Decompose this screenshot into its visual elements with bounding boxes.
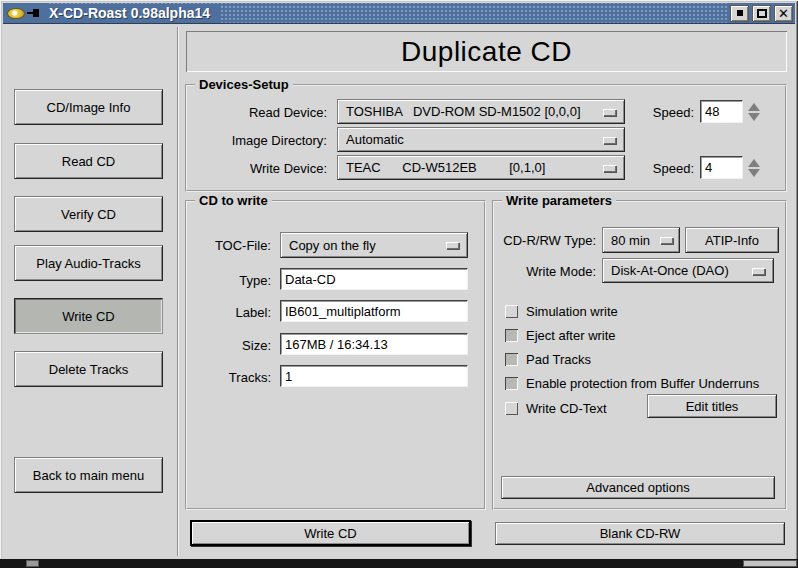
toc-file-dropdown[interactable]: Copy on the fly — [280, 232, 468, 258]
cd-to-write-legend: CD to write — [195, 193, 272, 208]
image-directory-dropdown[interactable]: Automatic — [337, 127, 625, 152]
window-title: X-CD-Roast 0.98alpha14 — [49, 4, 220, 23]
sidebar-button-play-audio-tracks[interactable]: Play Audio-Tracks — [14, 245, 163, 281]
sidebar-button-verify-cd[interactable]: Verify CD — [14, 196, 163, 232]
simulation-write-checkbox[interactable] — [505, 305, 518, 318]
option-menu-indicator-icon — [446, 242, 459, 249]
close-button[interactable]: ✕ — [774, 5, 793, 22]
write-cd-text-checkbox[interactable] — [505, 402, 518, 415]
spin-down-icon[interactable] — [748, 113, 760, 121]
sidebar-separator — [177, 27, 179, 556]
resize-handle-left[interactable] — [26, 560, 39, 567]
eject-after-write-checkbox[interactable] — [505, 329, 518, 342]
button-label: ATIP-Info — [705, 233, 759, 248]
button-label: Read CD — [62, 154, 115, 169]
write-speed-label: Speed: — [642, 161, 694, 176]
write-parameters-frame: Write parameters CD-R/RW Type: 80 min AT… — [492, 200, 787, 510]
cdr-type-label: CD-R/RW Type: — [494, 233, 596, 248]
tracks-label: Tracks: — [187, 370, 271, 385]
write-speed-spinner — [746, 155, 762, 180]
sidebar-button-back-to-main-menu[interactable]: Back to main menu — [14, 457, 163, 493]
write-mode-label: Write Mode: — [494, 264, 596, 279]
page-title: Duplicate CD — [401, 36, 572, 68]
option-menu-indicator-icon — [603, 165, 616, 172]
devices-setup-legend: Devices-Setup — [195, 77, 293, 92]
maximize-button[interactable] — [752, 5, 771, 22]
buffer-underrun-label: Enable protection from Buffer Underruns — [526, 376, 759, 391]
write-mode-value: Disk-At-Once (DAO) — [603, 263, 729, 278]
read-speed-input[interactable] — [700, 100, 743, 123]
edit-titles-button[interactable]: Edit titles — [647, 394, 777, 418]
window-controls: ✕ — [728, 3, 795, 23]
close-icon: ✕ — [778, 7, 789, 20]
spin-up-icon[interactable] — [748, 159, 760, 167]
atip-info-button[interactable]: ATIP-Info — [685, 227, 779, 253]
write-cd-text-label: Write CD-Text — [526, 401, 607, 416]
write-device-label: Write Device: — [187, 161, 327, 176]
read-speed-spinner — [746, 99, 762, 124]
button-label: Edit titles — [686, 399, 739, 414]
app-cd-icon — [7, 8, 25, 19]
pad-tracks-label: Pad Tracks — [526, 352, 591, 367]
titlebar[interactable]: X-CD-Roast 0.98alpha14 ✕ — [3, 3, 795, 24]
toc-file-value: Copy on the fly — [281, 238, 376, 253]
option-menu-indicator-icon — [752, 268, 765, 275]
size-input[interactable] — [280, 333, 468, 355]
label-input[interactable] — [280, 300, 468, 322]
write-cd-button[interactable]: Write CD — [190, 520, 471, 546]
tracks-input[interactable] — [280, 365, 468, 387]
pin-icon — [27, 8, 39, 18]
window-resize-bar[interactable] — [0, 559, 798, 568]
sidebar-button-delete-tracks[interactable]: Delete Tracks — [14, 351, 163, 387]
blank-cd-rw-button[interactable]: Blank CD-RW — [495, 522, 785, 545]
button-label: Blank CD-RW — [600, 526, 681, 541]
advanced-options-button[interactable]: Advanced options — [501, 476, 775, 499]
maximize-icon — [757, 9, 767, 18]
read-device-dropdown[interactable]: TOSHIBA DVD-ROM SD-M1502 [0,0,0] — [337, 99, 625, 124]
cdr-type-dropdown[interactable]: 80 min — [602, 227, 680, 253]
write-speed-input[interactable] — [700, 156, 743, 179]
page-header: Duplicate CD — [186, 31, 787, 72]
simulation-write-label: Simulation write — [526, 304, 618, 319]
button-label: Delete Tracks — [49, 362, 128, 377]
read-device-label: Read Device: — [187, 105, 327, 120]
button-label: Write CD — [62, 309, 114, 324]
read-device-value: TOSHIBA DVD-ROM SD-M1502 [0,0,0] — [338, 104, 581, 119]
type-input[interactable] — [280, 268, 468, 290]
resize-handle-right[interactable] — [743, 560, 797, 567]
minimize-button[interactable] — [730, 5, 749, 22]
sidebar-button-cd-image-info[interactable]: CD/Image Info — [14, 89, 163, 125]
button-label: Verify CD — [61, 207, 116, 222]
read-speed-label: Speed: — [642, 105, 694, 120]
button-label: Write CD — [304, 526, 356, 541]
write-device-dropdown[interactable]: TEAC CD-W512EB [0,1,0] — [337, 155, 625, 180]
cd-to-write-frame: CD to write TOC-File: Copy on the fly Ty… — [185, 200, 486, 510]
option-menu-indicator-icon — [603, 109, 616, 116]
type-label: Type: — [187, 273, 271, 288]
button-label: CD/Image Info — [47, 100, 131, 115]
sidebar-button-write-cd[interactable]: Write CD — [14, 298, 163, 334]
sidebar-button-read-cd[interactable]: Read CD — [14, 143, 163, 179]
write-parameters-legend: Write parameters — [502, 193, 616, 208]
button-label: Advanced options — [586, 480, 689, 495]
write-mode-dropdown[interactable]: Disk-At-Once (DAO) — [602, 258, 774, 283]
eject-after-write-label: Eject after write — [526, 328, 616, 343]
spin-down-icon[interactable] — [748, 169, 760, 177]
cdr-type-value: 80 min — [603, 233, 650, 248]
write-device-value: TEAC CD-W512EB [0,1,0] — [338, 160, 545, 175]
app-window: X-CD-Roast 0.98alpha14 ✕ CD/Image Info R… — [0, 0, 798, 568]
button-label: Back to main menu — [33, 468, 144, 483]
devices-setup-frame: Devices-Setup Read Device: TOSHIBA DVD-R… — [185, 84, 787, 192]
image-directory-value: Automatic — [338, 132, 404, 147]
titlebar-left — [3, 3, 49, 23]
minimize-icon — [737, 10, 743, 16]
pad-tracks-checkbox[interactable] — [505, 353, 518, 366]
buffer-underrun-checkbox[interactable] — [505, 377, 518, 390]
option-menu-indicator-icon — [603, 137, 616, 144]
spin-up-icon[interactable] — [748, 103, 760, 111]
size-label: Size: — [187, 338, 271, 353]
image-directory-label: Image Directory: — [187, 133, 327, 148]
button-label: Play Audio-Tracks — [36, 256, 140, 271]
toc-file-label: TOC-File: — [187, 238, 271, 253]
label-label: Label: — [187, 305, 271, 320]
